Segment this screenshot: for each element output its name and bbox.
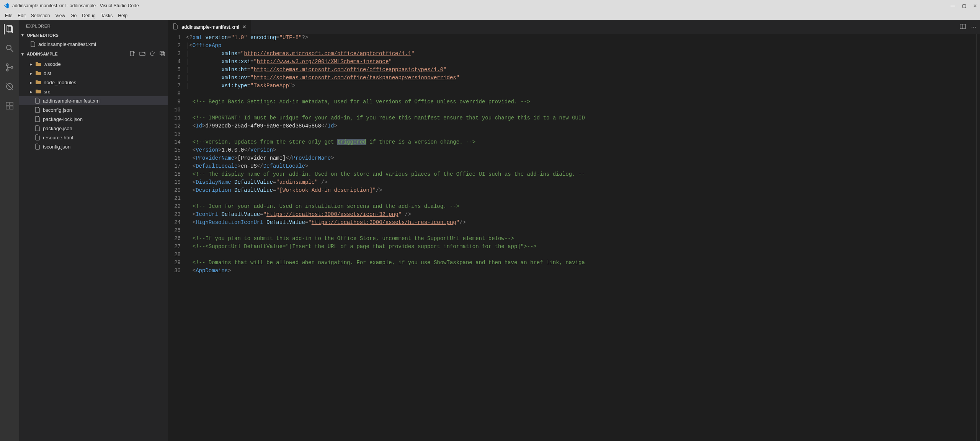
search-icon[interactable] xyxy=(4,43,15,54)
svg-point-2 xyxy=(7,45,11,50)
svg-point-5 xyxy=(7,69,8,71)
split-editor-icon[interactable] xyxy=(960,23,966,31)
title-bar: addinsample-manifest.xml - addinsample -… xyxy=(0,0,980,11)
menu-tasks[interactable]: Tasks xyxy=(98,13,116,18)
maximize-button[interactable]: ▢ xyxy=(962,3,966,8)
menu-view[interactable]: View xyxy=(52,13,68,18)
chevron-right-icon: ▸ xyxy=(30,89,34,95)
extensions-icon[interactable] xyxy=(4,100,15,111)
svg-rect-11 xyxy=(6,106,9,109)
menu-debug[interactable]: Debug xyxy=(79,13,98,18)
folder-item[interactable]: ▸src xyxy=(19,87,168,96)
chevron-right-icon: ▸ xyxy=(30,80,34,85)
tab-filename: addinsample-manifest.xml xyxy=(181,24,239,30)
svg-rect-18 xyxy=(160,51,163,55)
open-editor-item[interactable]: addinsample-manifest.xml xyxy=(19,39,168,49)
chevron-right-icon: ▸ xyxy=(30,70,34,76)
svg-rect-10 xyxy=(10,102,13,105)
menu-edit[interactable]: Edit xyxy=(15,13,28,18)
chevron-down-icon: ▾ xyxy=(21,52,26,57)
minimap[interactable] xyxy=(976,34,980,441)
folder-item[interactable]: ▸dist xyxy=(19,69,168,78)
menu-selection[interactable]: Selection xyxy=(28,13,52,18)
file-icon xyxy=(34,107,41,113)
window-title: addinsample-manifest.xml - addinsample -… xyxy=(12,3,139,8)
new-folder-icon[interactable] xyxy=(139,51,145,57)
file-item[interactable]: bsconfig.json xyxy=(19,105,168,114)
file-item[interactable]: tsconfig.json xyxy=(19,142,168,151)
folder-icon xyxy=(35,61,41,67)
folder-icon xyxy=(35,79,41,85)
chevron-right-icon: ▸ xyxy=(30,61,34,67)
refresh-icon[interactable] xyxy=(149,51,155,57)
collapse-all-icon[interactable] xyxy=(159,51,165,57)
more-actions-icon[interactable]: ⋯ xyxy=(971,24,976,30)
source-control-icon[interactable] xyxy=(4,62,15,73)
editor-area: addinsample-manifest.xml ✕ ⋯ 12345678910… xyxy=(168,20,980,441)
file-icon xyxy=(172,23,178,31)
vscode-logo-icon xyxy=(3,3,9,9)
tab-active[interactable]: addinsample-manifest.xml ✕ xyxy=(168,20,252,34)
file-item[interactable]: resource.html xyxy=(19,133,168,142)
menu-go[interactable]: Go xyxy=(68,13,79,18)
menu-help[interactable]: Help xyxy=(115,13,130,18)
file-icon xyxy=(34,116,41,122)
project-section[interactable]: ▾ ADDINSAMPLE xyxy=(19,49,168,59)
file-item[interactable]: package.json xyxy=(19,124,168,133)
sidebar: EXPLORER ▾ OPEN EDITORS addinsample-mani… xyxy=(19,20,168,441)
svg-point-4 xyxy=(7,64,8,66)
svg-line-3 xyxy=(11,49,13,52)
menu-file[interactable]: File xyxy=(2,13,15,18)
close-tab-icon[interactable]: ✕ xyxy=(242,24,247,30)
chevron-down-icon: ▾ xyxy=(21,33,26,38)
svg-rect-9 xyxy=(6,102,9,105)
file-item[interactable]: package-lock.json xyxy=(19,114,168,124)
file-icon xyxy=(34,144,41,150)
close-window-button[interactable]: ✕ xyxy=(973,3,977,8)
file-icon xyxy=(34,125,41,131)
sidebar-title: EXPLORER xyxy=(19,20,168,31)
svg-rect-13 xyxy=(131,51,134,56)
folder-icon xyxy=(35,70,41,76)
debug-icon[interactable] xyxy=(4,81,15,92)
minimize-button[interactable]: — xyxy=(951,3,955,8)
explorer-icon[interactable] xyxy=(4,24,15,34)
explorer-actions xyxy=(129,51,165,57)
file-icon xyxy=(34,134,41,140)
file-item[interactable]: addinsample-manifest.xml xyxy=(19,96,168,105)
activity-bar xyxy=(0,20,19,441)
file-icon xyxy=(30,41,36,47)
folder-item[interactable]: ▸.vscode xyxy=(19,59,168,69)
file-icon xyxy=(34,98,41,104)
new-file-icon[interactable] xyxy=(129,51,136,57)
folder-icon xyxy=(35,88,41,95)
folder-item[interactable]: ▸node_modules xyxy=(19,78,168,87)
open-editors-section[interactable]: ▾ OPEN EDITORS xyxy=(19,31,168,39)
tab-bar: addinsample-manifest.xml ✕ ⋯ xyxy=(168,20,980,34)
code-editor[interactable]: 1234567891011121314151617181920212223242… xyxy=(168,34,980,441)
svg-point-6 xyxy=(11,67,13,69)
menu-bar: FileEditSelectionViewGoDebugTasksHelp xyxy=(0,11,980,20)
svg-rect-12 xyxy=(10,106,13,109)
